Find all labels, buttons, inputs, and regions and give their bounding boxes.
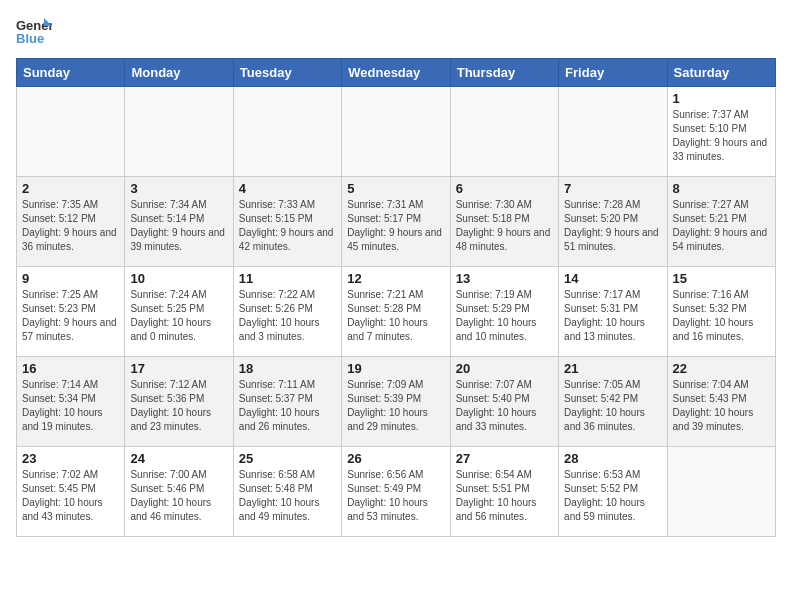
weekday-header: Saturday — [667, 59, 775, 87]
calendar-day-cell: 17Sunrise: 7:12 AM Sunset: 5:36 PM Dayli… — [125, 357, 233, 447]
calendar-day-cell: 22Sunrise: 7:04 AM Sunset: 5:43 PM Dayli… — [667, 357, 775, 447]
calendar-day-cell — [17, 87, 125, 177]
calendar-day-cell: 1Sunrise: 7:37 AM Sunset: 5:10 PM Daylig… — [667, 87, 775, 177]
day-number: 10 — [130, 271, 227, 286]
day-info: Sunrise: 7:12 AM Sunset: 5:36 PM Dayligh… — [130, 378, 227, 434]
day-info: Sunrise: 7:16 AM Sunset: 5:32 PM Dayligh… — [673, 288, 770, 344]
calendar-day-cell: 5Sunrise: 7:31 AM Sunset: 5:17 PM Daylig… — [342, 177, 450, 267]
day-info: Sunrise: 7:31 AM Sunset: 5:17 PM Dayligh… — [347, 198, 444, 254]
day-number: 27 — [456, 451, 553, 466]
calendar-day-cell: 16Sunrise: 7:14 AM Sunset: 5:34 PM Dayli… — [17, 357, 125, 447]
calendar-day-cell: 24Sunrise: 7:00 AM Sunset: 5:46 PM Dayli… — [125, 447, 233, 537]
day-info: Sunrise: 6:53 AM Sunset: 5:52 PM Dayligh… — [564, 468, 661, 524]
day-number: 22 — [673, 361, 770, 376]
day-info: Sunrise: 7:02 AM Sunset: 5:45 PM Dayligh… — [22, 468, 119, 524]
weekday-header: Wednesday — [342, 59, 450, 87]
day-number: 26 — [347, 451, 444, 466]
weekday-header: Monday — [125, 59, 233, 87]
weekday-header: Tuesday — [233, 59, 341, 87]
weekday-header-row: SundayMondayTuesdayWednesdayThursdayFrid… — [17, 59, 776, 87]
day-info: Sunrise: 7:11 AM Sunset: 5:37 PM Dayligh… — [239, 378, 336, 434]
logo: General Blue — [16, 16, 56, 46]
day-info: Sunrise: 7:30 AM Sunset: 5:18 PM Dayligh… — [456, 198, 553, 254]
day-info: Sunrise: 7:28 AM Sunset: 5:20 PM Dayligh… — [564, 198, 661, 254]
day-info: Sunrise: 7:33 AM Sunset: 5:15 PM Dayligh… — [239, 198, 336, 254]
day-number: 6 — [456, 181, 553, 196]
day-number: 19 — [347, 361, 444, 376]
calendar-day-cell — [342, 87, 450, 177]
weekday-header: Thursday — [450, 59, 558, 87]
calendar-day-cell — [233, 87, 341, 177]
day-number: 9 — [22, 271, 119, 286]
day-number: 23 — [22, 451, 119, 466]
day-number: 18 — [239, 361, 336, 376]
calendar-day-cell: 3Sunrise: 7:34 AM Sunset: 5:14 PM Daylig… — [125, 177, 233, 267]
calendar-week-row: 9Sunrise: 7:25 AM Sunset: 5:23 PM Daylig… — [17, 267, 776, 357]
calendar-day-cell: 20Sunrise: 7:07 AM Sunset: 5:40 PM Dayli… — [450, 357, 558, 447]
calendar-day-cell — [667, 447, 775, 537]
day-info: Sunrise: 7:14 AM Sunset: 5:34 PM Dayligh… — [22, 378, 119, 434]
weekday-header: Friday — [559, 59, 667, 87]
day-info: Sunrise: 7:05 AM Sunset: 5:42 PM Dayligh… — [564, 378, 661, 434]
calendar-day-cell: 19Sunrise: 7:09 AM Sunset: 5:39 PM Dayli… — [342, 357, 450, 447]
calendar-day-cell: 8Sunrise: 7:27 AM Sunset: 5:21 PM Daylig… — [667, 177, 775, 267]
page-header: General Blue — [16, 16, 776, 46]
day-number: 7 — [564, 181, 661, 196]
day-info: Sunrise: 7:07 AM Sunset: 5:40 PM Dayligh… — [456, 378, 553, 434]
day-info: Sunrise: 7:34 AM Sunset: 5:14 PM Dayligh… — [130, 198, 227, 254]
calendar-day-cell: 9Sunrise: 7:25 AM Sunset: 5:23 PM Daylig… — [17, 267, 125, 357]
calendar-day-cell: 11Sunrise: 7:22 AM Sunset: 5:26 PM Dayli… — [233, 267, 341, 357]
calendar-day-cell: 2Sunrise: 7:35 AM Sunset: 5:12 PM Daylig… — [17, 177, 125, 267]
calendar-week-row: 2Sunrise: 7:35 AM Sunset: 5:12 PM Daylig… — [17, 177, 776, 267]
day-number: 25 — [239, 451, 336, 466]
day-number: 2 — [22, 181, 119, 196]
day-number: 16 — [22, 361, 119, 376]
calendar-day-cell: 15Sunrise: 7:16 AM Sunset: 5:32 PM Dayli… — [667, 267, 775, 357]
day-number: 14 — [564, 271, 661, 286]
day-info: Sunrise: 7:35 AM Sunset: 5:12 PM Dayligh… — [22, 198, 119, 254]
day-info: Sunrise: 7:00 AM Sunset: 5:46 PM Dayligh… — [130, 468, 227, 524]
day-number: 12 — [347, 271, 444, 286]
calendar-day-cell — [450, 87, 558, 177]
day-info: Sunrise: 7:21 AM Sunset: 5:28 PM Dayligh… — [347, 288, 444, 344]
day-number: 4 — [239, 181, 336, 196]
day-number: 1 — [673, 91, 770, 106]
calendar-day-cell: 18Sunrise: 7:11 AM Sunset: 5:37 PM Dayli… — [233, 357, 341, 447]
calendar-day-cell: 14Sunrise: 7:17 AM Sunset: 5:31 PM Dayli… — [559, 267, 667, 357]
logo-icon: General Blue — [16, 16, 52, 46]
day-info: Sunrise: 7:09 AM Sunset: 5:39 PM Dayligh… — [347, 378, 444, 434]
calendar-table: SundayMondayTuesdayWednesdayThursdayFrid… — [16, 58, 776, 537]
day-number: 5 — [347, 181, 444, 196]
day-number: 8 — [673, 181, 770, 196]
day-number: 3 — [130, 181, 227, 196]
day-number: 24 — [130, 451, 227, 466]
calendar-day-cell: 27Sunrise: 6:54 AM Sunset: 5:51 PM Dayli… — [450, 447, 558, 537]
day-info: Sunrise: 7:19 AM Sunset: 5:29 PM Dayligh… — [456, 288, 553, 344]
calendar-day-cell: 7Sunrise: 7:28 AM Sunset: 5:20 PM Daylig… — [559, 177, 667, 267]
day-info: Sunrise: 6:56 AM Sunset: 5:49 PM Dayligh… — [347, 468, 444, 524]
calendar-week-row: 1Sunrise: 7:37 AM Sunset: 5:10 PM Daylig… — [17, 87, 776, 177]
calendar-day-cell — [125, 87, 233, 177]
day-info: Sunrise: 7:04 AM Sunset: 5:43 PM Dayligh… — [673, 378, 770, 434]
day-number: 28 — [564, 451, 661, 466]
calendar-day-cell: 26Sunrise: 6:56 AM Sunset: 5:49 PM Dayli… — [342, 447, 450, 537]
weekday-header: Sunday — [17, 59, 125, 87]
day-info: Sunrise: 7:17 AM Sunset: 5:31 PM Dayligh… — [564, 288, 661, 344]
day-info: Sunrise: 6:58 AM Sunset: 5:48 PM Dayligh… — [239, 468, 336, 524]
day-info: Sunrise: 7:27 AM Sunset: 5:21 PM Dayligh… — [673, 198, 770, 254]
calendar-week-row: 23Sunrise: 7:02 AM Sunset: 5:45 PM Dayli… — [17, 447, 776, 537]
calendar-day-cell: 23Sunrise: 7:02 AM Sunset: 5:45 PM Dayli… — [17, 447, 125, 537]
calendar-day-cell: 6Sunrise: 7:30 AM Sunset: 5:18 PM Daylig… — [450, 177, 558, 267]
svg-text:Blue: Blue — [16, 31, 44, 46]
calendar-day-cell: 25Sunrise: 6:58 AM Sunset: 5:48 PM Dayli… — [233, 447, 341, 537]
calendar-day-cell: 21Sunrise: 7:05 AM Sunset: 5:42 PM Dayli… — [559, 357, 667, 447]
day-info: Sunrise: 6:54 AM Sunset: 5:51 PM Dayligh… — [456, 468, 553, 524]
day-number: 20 — [456, 361, 553, 376]
day-info: Sunrise: 7:22 AM Sunset: 5:26 PM Dayligh… — [239, 288, 336, 344]
calendar-day-cell — [559, 87, 667, 177]
calendar-day-cell: 13Sunrise: 7:19 AM Sunset: 5:29 PM Dayli… — [450, 267, 558, 357]
day-info: Sunrise: 7:37 AM Sunset: 5:10 PM Dayligh… — [673, 108, 770, 164]
calendar-day-cell: 12Sunrise: 7:21 AM Sunset: 5:28 PM Dayli… — [342, 267, 450, 357]
calendar-week-row: 16Sunrise: 7:14 AM Sunset: 5:34 PM Dayli… — [17, 357, 776, 447]
day-number: 11 — [239, 271, 336, 286]
